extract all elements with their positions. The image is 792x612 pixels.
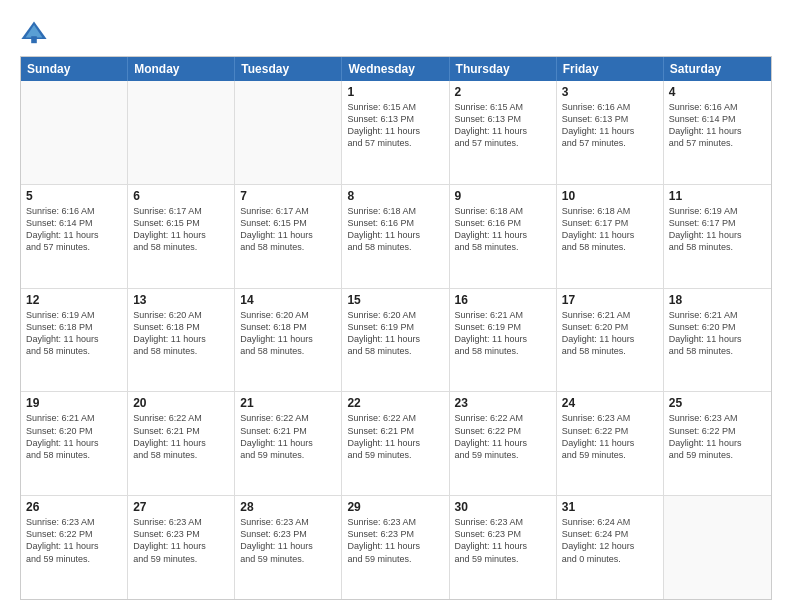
day-info: Sunrise: 6:21 AMSunset: 6:19 PMDaylight:… — [455, 309, 551, 358]
calendar-cell — [235, 81, 342, 184]
calendar-cell — [128, 81, 235, 184]
day-number: 3 — [562, 85, 658, 99]
day-number: 23 — [455, 396, 551, 410]
calendar-week-5: 26Sunrise: 6:23 AMSunset: 6:22 PMDayligh… — [21, 495, 771, 599]
calendar-cell: 2Sunrise: 6:15 AMSunset: 6:13 PMDaylight… — [450, 81, 557, 184]
day-info: Sunrise: 6:23 AMSunset: 6:23 PMDaylight:… — [133, 516, 229, 565]
day-info: Sunrise: 6:20 AMSunset: 6:18 PMDaylight:… — [133, 309, 229, 358]
day-number: 6 — [133, 189, 229, 203]
day-info: Sunrise: 6:18 AMSunset: 6:16 PMDaylight:… — [455, 205, 551, 254]
day-number: 28 — [240, 500, 336, 514]
calendar-cell: 22Sunrise: 6:22 AMSunset: 6:21 PMDayligh… — [342, 392, 449, 495]
calendar-cell: 1Sunrise: 6:15 AMSunset: 6:13 PMDaylight… — [342, 81, 449, 184]
calendar: SundayMondayTuesdayWednesdayThursdayFrid… — [20, 56, 772, 600]
calendar-cell: 18Sunrise: 6:21 AMSunset: 6:20 PMDayligh… — [664, 289, 771, 392]
day-info: Sunrise: 6:16 AMSunset: 6:14 PMDaylight:… — [669, 101, 766, 150]
calendar-cell: 11Sunrise: 6:19 AMSunset: 6:17 PMDayligh… — [664, 185, 771, 288]
day-info: Sunrise: 6:16 AMSunset: 6:13 PMDaylight:… — [562, 101, 658, 150]
header-day-thursday: Thursday — [450, 57, 557, 81]
calendar-week-3: 12Sunrise: 6:19 AMSunset: 6:18 PMDayligh… — [21, 288, 771, 392]
calendar-cell: 28Sunrise: 6:23 AMSunset: 6:23 PMDayligh… — [235, 496, 342, 599]
day-info: Sunrise: 6:23 AMSunset: 6:22 PMDaylight:… — [26, 516, 122, 565]
calendar-cell: 9Sunrise: 6:18 AMSunset: 6:16 PMDaylight… — [450, 185, 557, 288]
calendar-cell: 13Sunrise: 6:20 AMSunset: 6:18 PMDayligh… — [128, 289, 235, 392]
calendar-cell: 5Sunrise: 6:16 AMSunset: 6:14 PMDaylight… — [21, 185, 128, 288]
day-info: Sunrise: 6:15 AMSunset: 6:13 PMDaylight:… — [347, 101, 443, 150]
calendar-cell: 20Sunrise: 6:22 AMSunset: 6:21 PMDayligh… — [128, 392, 235, 495]
day-info: Sunrise: 6:19 AMSunset: 6:18 PMDaylight:… — [26, 309, 122, 358]
day-info: Sunrise: 6:20 AMSunset: 6:18 PMDaylight:… — [240, 309, 336, 358]
calendar-cell: 10Sunrise: 6:18 AMSunset: 6:17 PMDayligh… — [557, 185, 664, 288]
day-info: Sunrise: 6:22 AMSunset: 6:22 PMDaylight:… — [455, 412, 551, 461]
calendar-cell: 24Sunrise: 6:23 AMSunset: 6:22 PMDayligh… — [557, 392, 664, 495]
day-number: 12 — [26, 293, 122, 307]
logo-icon — [20, 18, 48, 46]
calendar-cell: 7Sunrise: 6:17 AMSunset: 6:15 PMDaylight… — [235, 185, 342, 288]
day-number: 4 — [669, 85, 766, 99]
day-info: Sunrise: 6:23 AMSunset: 6:22 PMDaylight:… — [669, 412, 766, 461]
calendar-cell: 15Sunrise: 6:20 AMSunset: 6:19 PMDayligh… — [342, 289, 449, 392]
day-number: 19 — [26, 396, 122, 410]
day-info: Sunrise: 6:18 AMSunset: 6:16 PMDaylight:… — [347, 205, 443, 254]
day-number: 31 — [562, 500, 658, 514]
day-number: 26 — [26, 500, 122, 514]
day-number: 30 — [455, 500, 551, 514]
day-info: Sunrise: 6:23 AMSunset: 6:23 PMDaylight:… — [347, 516, 443, 565]
day-number: 13 — [133, 293, 229, 307]
calendar-cell: 25Sunrise: 6:23 AMSunset: 6:22 PMDayligh… — [664, 392, 771, 495]
calendar-header: SundayMondayTuesdayWednesdayThursdayFrid… — [21, 57, 771, 81]
day-number: 17 — [562, 293, 658, 307]
day-number: 22 — [347, 396, 443, 410]
day-number: 9 — [455, 189, 551, 203]
day-number: 5 — [26, 189, 122, 203]
day-number: 11 — [669, 189, 766, 203]
day-info: Sunrise: 6:24 AMSunset: 6:24 PMDaylight:… — [562, 516, 658, 565]
calendar-cell: 6Sunrise: 6:17 AMSunset: 6:15 PMDaylight… — [128, 185, 235, 288]
calendar-cell: 29Sunrise: 6:23 AMSunset: 6:23 PMDayligh… — [342, 496, 449, 599]
day-info: Sunrise: 6:18 AMSunset: 6:17 PMDaylight:… — [562, 205, 658, 254]
day-info: Sunrise: 6:22 AMSunset: 6:21 PMDaylight:… — [240, 412, 336, 461]
header-day-saturday: Saturday — [664, 57, 771, 81]
day-number: 8 — [347, 189, 443, 203]
day-info: Sunrise: 6:19 AMSunset: 6:17 PMDaylight:… — [669, 205, 766, 254]
day-info: Sunrise: 6:23 AMSunset: 6:22 PMDaylight:… — [562, 412, 658, 461]
day-number: 21 — [240, 396, 336, 410]
page-header — [20, 18, 772, 46]
calendar-cell — [664, 496, 771, 599]
day-info: Sunrise: 6:21 AMSunset: 6:20 PMDaylight:… — [669, 309, 766, 358]
day-number: 25 — [669, 396, 766, 410]
day-number: 7 — [240, 189, 336, 203]
day-number: 27 — [133, 500, 229, 514]
calendar-week-1: 1Sunrise: 6:15 AMSunset: 6:13 PMDaylight… — [21, 81, 771, 184]
day-number: 10 — [562, 189, 658, 203]
header-day-friday: Friday — [557, 57, 664, 81]
day-info: Sunrise: 6:22 AMSunset: 6:21 PMDaylight:… — [133, 412, 229, 461]
day-number: 24 — [562, 396, 658, 410]
page: SundayMondayTuesdayWednesdayThursdayFrid… — [0, 0, 792, 612]
calendar-cell: 17Sunrise: 6:21 AMSunset: 6:20 PMDayligh… — [557, 289, 664, 392]
calendar-cell: 14Sunrise: 6:20 AMSunset: 6:18 PMDayligh… — [235, 289, 342, 392]
logo — [20, 18, 52, 46]
day-info: Sunrise: 6:17 AMSunset: 6:15 PMDaylight:… — [240, 205, 336, 254]
day-info: Sunrise: 6:23 AMSunset: 6:23 PMDaylight:… — [455, 516, 551, 565]
day-number: 1 — [347, 85, 443, 99]
calendar-cell: 23Sunrise: 6:22 AMSunset: 6:22 PMDayligh… — [450, 392, 557, 495]
calendar-cell: 8Sunrise: 6:18 AMSunset: 6:16 PMDaylight… — [342, 185, 449, 288]
calendar-week-2: 5Sunrise: 6:16 AMSunset: 6:14 PMDaylight… — [21, 184, 771, 288]
day-info: Sunrise: 6:21 AMSunset: 6:20 PMDaylight:… — [26, 412, 122, 461]
day-info: Sunrise: 6:21 AMSunset: 6:20 PMDaylight:… — [562, 309, 658, 358]
calendar-body: 1Sunrise: 6:15 AMSunset: 6:13 PMDaylight… — [21, 81, 771, 599]
calendar-cell: 4Sunrise: 6:16 AMSunset: 6:14 PMDaylight… — [664, 81, 771, 184]
day-number: 16 — [455, 293, 551, 307]
calendar-cell: 31Sunrise: 6:24 AMSunset: 6:24 PMDayligh… — [557, 496, 664, 599]
calendar-cell: 30Sunrise: 6:23 AMSunset: 6:23 PMDayligh… — [450, 496, 557, 599]
day-number: 14 — [240, 293, 336, 307]
day-info: Sunrise: 6:23 AMSunset: 6:23 PMDaylight:… — [240, 516, 336, 565]
day-number: 2 — [455, 85, 551, 99]
day-number: 18 — [669, 293, 766, 307]
day-number: 15 — [347, 293, 443, 307]
calendar-cell: 19Sunrise: 6:21 AMSunset: 6:20 PMDayligh… — [21, 392, 128, 495]
day-number: 29 — [347, 500, 443, 514]
header-day-monday: Monday — [128, 57, 235, 81]
day-info: Sunrise: 6:16 AMSunset: 6:14 PMDaylight:… — [26, 205, 122, 254]
